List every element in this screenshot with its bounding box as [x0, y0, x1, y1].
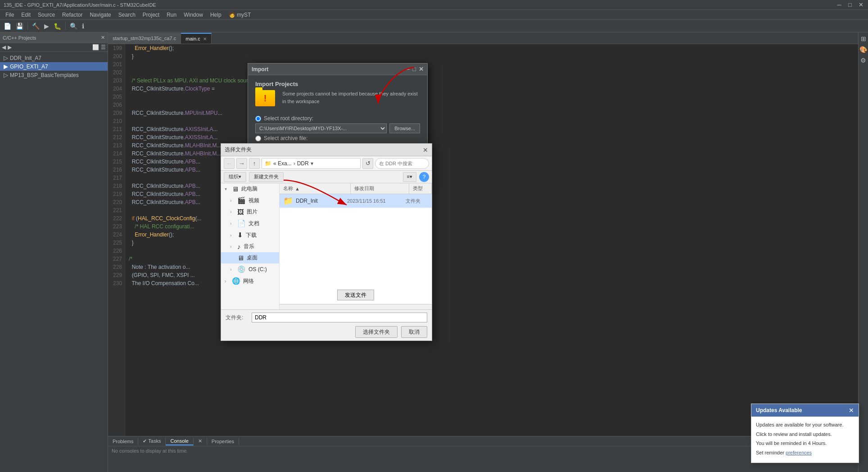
toolbar-info[interactable]: ℹ [80, 22, 86, 31]
fd-nav-desktop[interactable]: 🖥 桌面 [221, 252, 279, 263]
tab-properties[interactable]: Properties [207, 438, 239, 445]
fd-cancel-btn[interactable]: 取消 [401, 326, 427, 338]
fd-nav-downloads-label: 下载 [246, 231, 257, 239]
fd-nav-docs-icon: 📄 [237, 219, 246, 227]
import-title-label: Import Projects [255, 81, 420, 87]
sidebar-header: C/C++ Projects ✕ [0, 32, 108, 43]
menu-file[interactable]: File [2, 11, 18, 19]
tab-console[interactable]: Console [166, 437, 193, 445]
tree-item-ddr[interactable]: ▷ DDR_Init_A7 [0, 54, 108, 62]
import-close-btn[interactable]: ✕ [419, 66, 424, 73]
code-line-204: RCC_ClkInitStructure.ClockType = [129, 85, 854, 93]
menu-search[interactable]: Search [115, 11, 139, 19]
tab-startup[interactable]: startup_stm32mp135c_ca7.c [108, 33, 181, 44]
tree-item-gpio[interactable]: ▶ GPIO_EXTI_A7 [0, 62, 108, 71]
sidebar-nav-forward[interactable]: ▶ [8, 44, 12, 50]
fd-nav-osc[interactable]: › 💿 OS (C:) [221, 263, 279, 275]
fd-nav-video[interactable]: › 🎬 视频 [221, 195, 279, 206]
tab-main-close[interactable]: ✕ [203, 36, 207, 41]
fd-search-input[interactable] [375, 158, 429, 169]
toolbar-debug[interactable]: 🐛 [52, 22, 63, 31]
fd-up-btn[interactable]: ↑ [249, 158, 260, 169]
fd-nav-pc-icon: 🖥 [232, 185, 239, 193]
sidebar-close-icon[interactable]: ✕ [101, 35, 105, 41]
fd-select-folder-btn[interactable]: 选择文件夹 [355, 326, 398, 338]
tab-tasks[interactable]: ✔ Tasks [138, 437, 166, 445]
fd-back-btn[interactable]: ← [224, 158, 235, 169]
import-archive-row: Select archive file: [255, 135, 420, 141]
tab-main[interactable]: main.c ✕ [181, 33, 211, 44]
fd-organize-btn[interactable]: 组织▾ [224, 172, 246, 182]
menu-myst[interactable]: 🧑 myST [225, 11, 255, 19]
toolbar-search[interactable]: 🔍 [68, 22, 79, 31]
menu-help[interactable]: Help [207, 11, 225, 19]
fd-nav-network[interactable]: › 🌐 网络 [221, 275, 279, 287]
close-btn[interactable]: ✕ [857, 1, 864, 8]
import-root-radio[interactable] [255, 116, 261, 122]
import-minimize-btn[interactable]: ─ [406, 66, 410, 73]
tree-label-mp13: MP13_BSP_BasicTemplates [10, 72, 79, 78]
fd-nav-pictures[interactable]: › 🖼 图片 [221, 206, 279, 218]
tree-item-mp13[interactable]: ▷ MP13_BSP_BasicTemplates [0, 71, 108, 79]
fd-close-btn[interactable]: ✕ [423, 146, 428, 154]
import-root-browse-btn[interactable]: Browse... [389, 123, 420, 133]
right-icon-palette[interactable]: 🎨 [859, 45, 868, 54]
fd-help-btn[interactable]: ? [419, 172, 429, 182]
right-icon-settings[interactable]: ⚙ [859, 56, 867, 65]
menu-run[interactable]: Run [163, 11, 180, 19]
fd-refresh-btn[interactable]: ↺ [362, 158, 373, 169]
fd-view-btn[interactable]: ≡▾ [403, 172, 416, 182]
sidebar-collapse-icon[interactable]: ⬜ [92, 44, 99, 50]
fd-footer-input[interactable] [252, 313, 427, 322]
toolbar-run[interactable]: ▶ [42, 22, 51, 31]
tab-main-label: main.c [185, 36, 200, 41]
import-archive-radio[interactable] [255, 136, 261, 141]
code-line-209: RCC_ClkInitStructure.MPUInit.MPU... [129, 109, 854, 117]
fd-new-folder-btn[interactable]: 新建文件夹 [249, 172, 284, 182]
tree-label-ddr: DDR_Init_A7 [10, 55, 41, 61]
fd-nav-video-label: 视频 [249, 197, 259, 204]
fd-nav-downloads[interactable]: › ⬇ 下载 [221, 229, 279, 241]
fd-col-date-header[interactable]: 修改日期 [351, 183, 409, 194]
tab-problems[interactable]: Problems [108, 438, 138, 445]
fd-file-icon-ddrinit: 📁 [283, 196, 293, 206]
menu-window[interactable]: Window [180, 11, 207, 19]
sidebar-menu-icon[interactable]: ☰ [101, 44, 106, 50]
sidebar-nav-back[interactable]: ◀ [2, 44, 6, 50]
menu-project[interactable]: Project [139, 11, 163, 19]
menu-navigate[interactable]: Navigate [86, 11, 114, 19]
toolbar-save[interactable]: 💾 [14, 22, 25, 31]
fd-nav-music[interactable]: › ♪ 音乐 [221, 241, 279, 252]
fd-col-name-header[interactable]: 名称 ▲ [280, 183, 351, 194]
fd-nav-docs[interactable]: › 📄 文档 [221, 218, 279, 229]
right-icon-outline[interactable]: ⊞ [860, 34, 867, 43]
import-root-dir-select[interactable]: C:\Users\MYIR\Desktop\MYD-YF13X-... [255, 123, 387, 133]
import-archive-label: Select archive file: [264, 135, 307, 141]
fd-nav-pc-label: 此电脑 [241, 185, 258, 193]
menu-edit[interactable]: Edit [18, 11, 34, 19]
maximize-btn[interactable]: □ [846, 1, 854, 8]
menu-refactor[interactable]: Refactor [59, 11, 86, 19]
toolbar-new[interactable]: 📄 [2, 22, 13, 31]
fd-nav-pc[interactable]: ▾ 🖥 此电脑 [221, 183, 279, 195]
bottom-tabs: Problems ✔ Tasks Console ✕ Properties [108, 436, 858, 446]
import-dialog-buttons: ─ □ ✕ [406, 66, 424, 73]
updates-preferences-link[interactable]: preferences [786, 450, 812, 455]
fd-nav-docs-label: 文档 [249, 220, 259, 227]
fd-path-dropdown-icon[interactable]: ▾ [311, 160, 313, 167]
sidebar-title: C/C++ Projects [3, 35, 36, 41]
fd-scrollbar[interactable] [280, 304, 432, 309]
toolbar-build[interactable]: 🔨 [30, 22, 41, 31]
menu-source[interactable]: Source [34, 11, 59, 19]
fd-send-file-btn[interactable]: 发送文件 [337, 290, 374, 300]
bottom-panel: Problems ✔ Tasks Console ✕ Properties No… [108, 436, 858, 472]
code-line-203: /* Select PLLx as MPU, AXI and MCU clock… [129, 77, 854, 85]
fd-forward-btn[interactable]: → [236, 158, 247, 169]
minimize-btn[interactable]: ─ [836, 1, 843, 8]
fd-nav-network-icon: 🌐 [232, 277, 240, 285]
tab-close-console[interactable]: ✕ [194, 437, 207, 445]
import-maximize-btn[interactable]: □ [412, 66, 416, 73]
updates-close-btn[interactable]: ✕ [849, 407, 854, 414]
fd-file-item-ddrinit[interactable]: 📁 DDR_Init 2023/11/15 16:51 文件夹 [280, 194, 432, 208]
fd-col-type-header[interactable]: 类型 [409, 183, 432, 194]
